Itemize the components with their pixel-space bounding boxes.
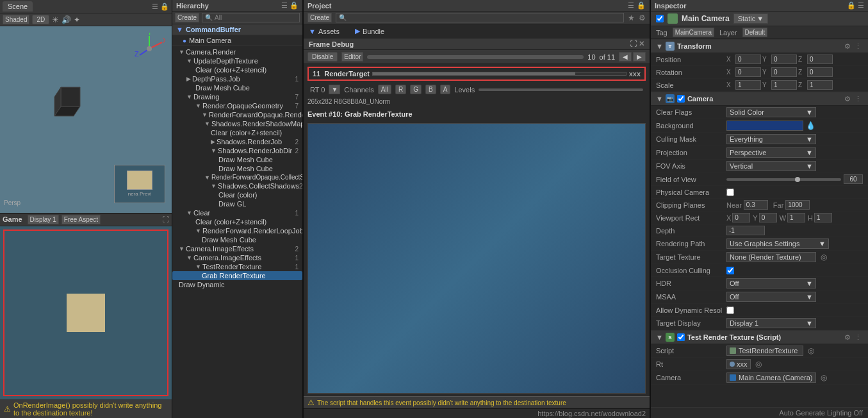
fd-close-icon[interactable]: ✕ xyxy=(639,40,644,48)
msaa-dropdown[interactable]: Off ▼ xyxy=(726,292,816,302)
vr-h[interactable] xyxy=(814,213,832,222)
cam-picker-icon[interactable]: ◎ xyxy=(821,373,827,382)
hier-item-depth-pass[interactable]: ▶ DepthPass.Job 1 xyxy=(172,74,302,83)
rendering-path-dropdown[interactable]: Use Graphics Settings ▼ xyxy=(726,238,829,249)
script-more-icon[interactable]: ⋮ xyxy=(853,333,863,342)
all-channel-btn[interactable]: All xyxy=(378,85,391,94)
proj-lock-icon[interactable]: 🔒 xyxy=(637,1,646,10)
pos-x-input[interactable] xyxy=(735,54,761,64)
fov-track[interactable] xyxy=(726,178,841,181)
hier-item-draw-mesh2[interactable]: Draw Mesh Cube xyxy=(172,155,302,164)
proj-settings-icon[interactable]: ⚙ xyxy=(639,13,646,22)
rot-y-input[interactable] xyxy=(771,67,797,77)
hier-item-shadows-cs[interactable]: ▼ Shadows.CollectShadows 2 xyxy=(172,181,302,190)
tag-dropdown[interactable]: MainCamera xyxy=(673,28,714,37)
fov-handle[interactable] xyxy=(795,177,800,182)
expand-script-icon[interactable]: ▼ xyxy=(656,333,663,341)
allow-dynamic-checkbox[interactable] xyxy=(726,306,734,314)
hier-item-rfo-render[interactable]: ▼ RenderForwardOpaque.Render 7 xyxy=(172,110,302,119)
next-frame-btn[interactable]: ▶ xyxy=(633,52,646,62)
scene-tab[interactable]: Scene xyxy=(3,1,33,12)
camera-settings-icon[interactable]: ⚙ xyxy=(843,95,852,103)
transform-more-icon[interactable]: ⋮ xyxy=(853,42,863,51)
r-channel-btn[interactable]: R xyxy=(395,85,406,94)
script-enable-checkbox[interactable] xyxy=(677,333,685,341)
target-display-dropdown[interactable]: Display 1 ▼ xyxy=(726,318,816,328)
hier-item-clear-color[interactable]: Clear (color) xyxy=(172,190,302,199)
vr-w[interactable] xyxy=(787,213,805,222)
expand-camera-icon[interactable]: ▼ xyxy=(656,95,663,103)
hier-item-shadows-rj[interactable]: ▶ Shadows.RenderJob 2 xyxy=(172,137,302,146)
scale-x-input[interactable] xyxy=(735,80,761,90)
expand-transform-icon[interactable]: ▼ xyxy=(656,42,663,50)
shading-mode-dropdown[interactable]: Shaded xyxy=(3,15,29,24)
vr-y[interactable] xyxy=(759,213,777,222)
script-picker-icon[interactable]: ◎ xyxy=(808,346,814,355)
depth-input[interactable] xyxy=(726,226,765,235)
fd-expand-icon[interactable]: ⛶ xyxy=(630,40,637,48)
script-settings-icon[interactable]: ⚙ xyxy=(843,333,852,342)
object-active-checkbox[interactable] xyxy=(656,15,664,22)
editor-dropdown[interactable]: Editor xyxy=(341,52,363,62)
hier-item-clear3[interactable]: ▼ Clear 1 xyxy=(172,208,302,217)
effects-icon[interactable]: ✦ xyxy=(74,15,80,24)
fov-value[interactable] xyxy=(844,174,863,184)
game-tab[interactable]: Game xyxy=(3,215,22,223)
target-texture-picker-icon[interactable]: ◎ xyxy=(821,253,827,262)
rot-z-input[interactable] xyxy=(807,67,833,77)
rot-x-input[interactable] xyxy=(735,67,761,77)
hdr-dropdown[interactable]: Off ▼ xyxy=(726,278,816,288)
pos-z-input[interactable] xyxy=(807,54,833,64)
hier-item-clear1[interactable]: Clear (color+Z+stencil) xyxy=(172,65,302,74)
hier-item-camera-render[interactable]: ▼ Camera.Render xyxy=(172,47,302,56)
hier-item-draw-dynamic[interactable]: Draw Dynamic xyxy=(172,280,302,289)
b-channel-btn[interactable]: B xyxy=(425,85,436,94)
proj-create-dropdown[interactable]: Create xyxy=(307,13,332,22)
layer-dropdown[interactable]: Default xyxy=(742,28,768,37)
projection-dropdown[interactable]: Perspective ▼ xyxy=(726,147,816,158)
culling-mask-dropdown[interactable]: Everything ▼ xyxy=(726,134,816,144)
prev-frame-btn[interactable]: ◀ xyxy=(619,52,632,62)
command-buffer-item[interactable]: ▼ CommandBuffer xyxy=(172,24,302,35)
a-channel-btn[interactable]: A xyxy=(440,85,451,94)
hier-item-draw-mesh1[interactable]: Draw Mesh Cube xyxy=(172,83,302,92)
hier-item-clear2[interactable]: Clear (color+Z+stencil) xyxy=(172,128,302,137)
2d-toggle[interactable]: 2D xyxy=(32,15,49,24)
hier-item-cam-ie2[interactable]: ▼ Camera.ImageEffects 1 xyxy=(172,253,302,262)
hier-item-clear-czs[interactable]: Clear (color+Z+stencil) xyxy=(172,217,302,226)
insp-lock-icon[interactable]: 🔒 xyxy=(847,1,856,10)
scene-lock-icon[interactable]: 🔒 xyxy=(160,3,169,11)
hier-item-shadows-rsm[interactable]: ▼ Shadows.RenderShadowMap 3 xyxy=(172,119,302,128)
levels-slider[interactable] xyxy=(479,88,643,91)
hier-item-draw-mesh4[interactable]: Draw Mesh Cube xyxy=(172,235,302,244)
assets-label[interactable]: Assets xyxy=(318,28,340,35)
hier-item-draw-mesh3[interactable]: Draw Mesh Cube xyxy=(172,164,302,173)
hier-create-dropdown[interactable]: Create xyxy=(175,13,199,22)
physical-checkbox[interactable] xyxy=(726,188,734,196)
insp-menu-icon[interactable]: ☰ xyxy=(858,1,864,10)
disable-button[interactable]: Disable xyxy=(307,52,338,62)
near-input[interactable] xyxy=(744,200,768,210)
scale-z-input[interactable] xyxy=(807,80,833,90)
static-button[interactable]: Static ▼ xyxy=(733,13,768,24)
background-color-picker[interactable] xyxy=(726,121,803,131)
hier-item-draw-gl[interactable]: Draw GL xyxy=(172,199,302,208)
transform-settings-icon[interactable]: ⚙ xyxy=(843,42,852,51)
fov-axis-dropdown[interactable]: Vertical ▼ xyxy=(726,161,816,171)
hier-item-render-opaque[interactable]: ▼ Render.OpaqueGeometry 7 xyxy=(172,101,302,110)
aspect-dropdown[interactable]: Free Aspect xyxy=(61,215,101,224)
camera-enable-checkbox[interactable] xyxy=(677,95,685,103)
frame-slider[interactable] xyxy=(367,55,584,59)
clear-flags-dropdown[interactable]: Solid Color ▼ xyxy=(726,107,816,117)
hier-item-drawing[interactable]: ▼ Drawing 7 xyxy=(172,92,302,101)
maximize-icon[interactable]: ⛶ xyxy=(162,215,169,223)
eyedropper-icon[interactable]: 💧 xyxy=(806,121,815,130)
main-camera-item[interactable]: ● Main Camera xyxy=(172,35,302,46)
hier-menu-icon[interactable]: ☰ xyxy=(281,1,288,10)
scale-y-input[interactable] xyxy=(771,80,797,90)
vr-x[interactable] xyxy=(732,213,750,222)
camera-prop-field[interactable]: Main Camera (Camera) xyxy=(726,372,816,383)
g-channel-btn[interactable]: G xyxy=(410,85,422,94)
proj-menu-icon[interactable]: ☰ xyxy=(628,1,634,10)
hier-item-test-rt[interactable]: ▼ TestRenderTexture 1 xyxy=(172,262,302,271)
